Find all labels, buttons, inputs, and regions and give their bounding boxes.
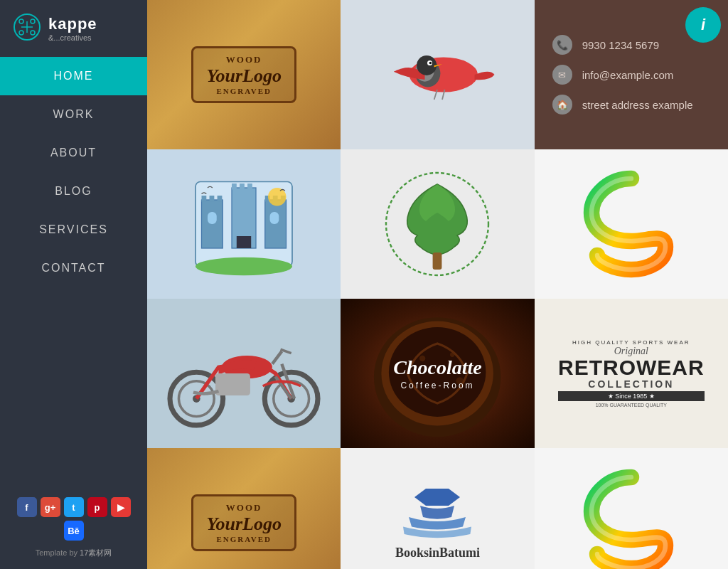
retro-banner-text: ★ Since 1985 ★ [558, 391, 705, 401]
books-name-text: BooksinBatumi [380, 546, 494, 560]
portfolio-item-wood2[interactable]: WOOD YourLogo ENGRAVED [147, 448, 341, 569]
pinterest-icon[interactable]: p [87, 497, 107, 517]
nav-blog[interactable]: BLOG [0, 172, 147, 211]
behance-icon[interactable]: Bē [64, 521, 84, 541]
nav-about[interactable]: ABOUT [0, 134, 147, 172]
social-icons: f g+ t p ▶ Bē [0, 497, 147, 541]
portfolio-item-motorcycle[interactable] [147, 299, 341, 448]
contact-email-row: ✉ info@example.com [552, 65, 727, 85]
wood-bottom-text: ENGRAVED [206, 87, 281, 95]
nav-services[interactable]: SERVICES [0, 211, 147, 249]
logo-text-area: kappe &...creatives [48, 15, 97, 42]
facebook-icon[interactable]: f [17, 497, 37, 517]
youtube-icon[interactable]: ▶ [111, 497, 131, 517]
portfolio-item-coffee[interactable]: Chocolatte Coffee-Room [341, 299, 534, 448]
svg-line-45 [272, 351, 282, 364]
contact-address-row: 🏠 street address example [552, 95, 727, 115]
nav-contact[interactable]: CONTACT [0, 249, 147, 287]
contact-address: street address example [582, 99, 693, 111]
svg-rect-24 [232, 184, 237, 190]
portfolio-item-bird[interactable] [341, 0, 534, 149]
retro-top-text: HIGH QUALITY SPORTS WEAR [558, 339, 705, 346]
svg-point-10 [417, 55, 437, 75]
svg-rect-26 [247, 184, 252, 190]
googleplus-icon[interactable]: g+ [41, 497, 60, 517]
svg-rect-30 [237, 236, 251, 248]
sidebar: kappe &...creatives HOME WORK ABOUT BLOG… [0, 0, 147, 569]
portfolio-item-spiral2[interactable] [535, 448, 728, 569]
svg-rect-23 [218, 196, 223, 202]
svg-rect-31 [208, 212, 217, 224]
nav-home[interactable]: HOME [0, 57, 147, 95]
svg-rect-20 [265, 200, 287, 248]
retro-bottom-text: 100% GUARANTEED QUALITY [558, 403, 705, 408]
contact-email: info@example.com [582, 69, 674, 81]
retro-coll-text: COLLECTION [558, 378, 705, 390]
nav-work[interactable]: WORK [0, 95, 147, 134]
logo-icon [13, 13, 41, 44]
svg-rect-44 [215, 373, 250, 395]
svg-point-5 [19, 31, 23, 35]
svg-point-34 [268, 188, 287, 206]
svg-point-33 [196, 257, 292, 276]
portfolio-item-retrowear[interactable]: HIGH QUALITY SPORTS WEAR Original RETROW… [535, 299, 728, 448]
svg-rect-25 [240, 184, 245, 190]
svg-point-6 [31, 31, 35, 35]
coffee-brand-text: Chocolatte [393, 356, 481, 379]
main-nav: HOME WORK ABOUT BLOG SERVICES CONTACT [0, 57, 147, 287]
wood2-top-text: WOOD [206, 502, 281, 514]
info-button[interactable]: i [685, 7, 721, 43]
email-icon: ✉ [552, 65, 572, 85]
logo-name: kappe [48, 15, 97, 33]
coffee-sub-text: Coffee-Room [393, 381, 481, 390]
portfolio-item-books[interactable]: BooksinBatumi [341, 448, 534, 569]
portfolio-item-tree[interactable] [341, 149, 534, 299]
address-icon: 🏠 [552, 95, 572, 115]
svg-point-4 [31, 19, 35, 23]
contact-phone: 9930 1234 5679 [582, 39, 659, 51]
logo-sub: &...creatives [48, 33, 97, 42]
twitter-icon[interactable]: t [64, 497, 84, 517]
phone-icon: 📞 [552, 35, 572, 55]
portfolio-item-spiral1[interactable] [535, 149, 728, 299]
wood2-main-text: YourLogo [206, 514, 281, 535]
wood-main-text: YourLogo [206, 65, 281, 87]
logo-area: kappe &...creatives [0, 0, 147, 57]
svg-rect-32 [270, 212, 279, 224]
svg-point-12 [429, 62, 432, 65]
portfolio-grid: WOOD YourLogo ENGRAVED [147, 0, 728, 569]
svg-rect-35 [433, 252, 442, 270]
template-credit: Template by 17素材网 [0, 548, 147, 558]
portfolio-item-castle[interactable] [147, 149, 341, 299]
svg-rect-22 [210, 196, 215, 202]
retro-main-text: RETROWEAR [558, 357, 705, 378]
wood-top-text: WOOD [206, 54, 281, 65]
portfolio-item-wood1[interactable]: WOOD YourLogo ENGRAVED [147, 0, 341, 149]
wood2-bottom-text: ENGRAVED [206, 535, 281, 543]
svg-rect-21 [202, 196, 207, 202]
svg-point-3 [19, 19, 23, 23]
